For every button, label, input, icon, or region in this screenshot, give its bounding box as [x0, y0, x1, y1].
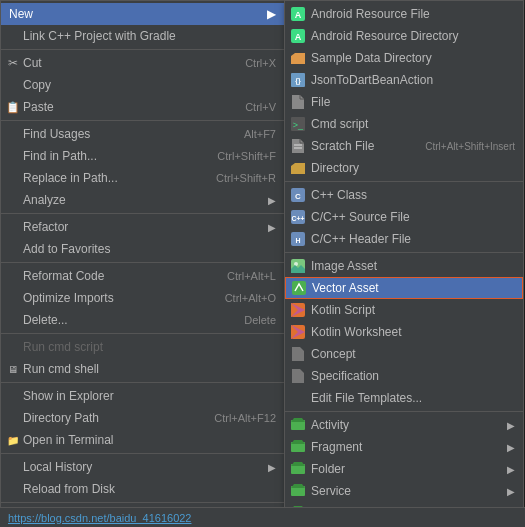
image-asset-icon [289, 258, 307, 274]
activity-arrow: ▶ [507, 420, 515, 431]
right-menu-item-image-asset[interactable]: Image Asset [285, 255, 523, 277]
svg-text:A: A [295, 10, 302, 20]
menu-item-run-cmd-shell[interactable]: 🖥 Run cmd shell [1, 358, 284, 380]
menu-item-find-usages[interactable]: Find Usages Alt+F7 [1, 123, 284, 145]
cpp-class-icon: C [289, 187, 307, 203]
svg-text:H: H [295, 237, 300, 244]
menu-item-replace-in-path[interactable]: Replace in Path... Ctrl+Shift+R [1, 167, 284, 189]
right-menu-item-service[interactable]: Service ▶ [285, 480, 523, 502]
copy-label: Copy [23, 78, 276, 92]
right-menu-item-fragment[interactable]: Fragment ▶ [285, 436, 523, 458]
right-menu-item-android-resource-directory[interactable]: A Android Resource Directory [285, 25, 523, 47]
right-menu-item-cpp-header[interactable]: H C/C++ Header File [285, 228, 523, 250]
menu-item-new[interactable]: New ▶ [1, 3, 284, 25]
menu-item-analyze[interactable]: Analyze ▶ [1, 189, 284, 211]
service-icon [289, 483, 307, 499]
folder-label: Folder [311, 462, 502, 476]
menu-item-paste[interactable]: 📋 Paste Ctrl+V [1, 96, 284, 118]
concept-icon [289, 346, 307, 362]
bottom-bar: https://blog.csdn.net/baidu_41616022 [0, 507, 525, 527]
menu-item-add-to-favorites[interactable]: Add to Favorites [1, 238, 284, 260]
menu-item-local-history[interactable]: Local History ▶ [1, 456, 284, 478]
fragment-label: Fragment [311, 440, 502, 454]
android-resource-directory-label: Android Resource Directory [311, 29, 515, 43]
cmd-script-icon: >_ [289, 116, 307, 132]
right-menu-item-cpp-class[interactable]: C C++ Class [285, 184, 523, 206]
right-menu-item-cmd-script[interactable]: >_ Cmd script [285, 113, 523, 135]
file-icon [289, 94, 307, 110]
find-in-path-shortcut: Ctrl+Shift+F [217, 150, 276, 162]
refactor-arrow: ▶ [268, 222, 276, 233]
scratch-file-shortcut: Ctrl+Alt+Shift+Insert [425, 141, 515, 152]
svg-marker-30 [291, 462, 305, 466]
svg-marker-32 [291, 484, 305, 488]
menu-item-show-in-explorer[interactable]: Show in Explorer [1, 385, 284, 407]
menu-item-copy[interactable]: Copy [1, 74, 284, 96]
right-menu-item-folder[interactable]: Folder ▶ [285, 458, 523, 480]
right-menu-item-scratch-file[interactable]: Scratch File Ctrl+Alt+Shift+Insert [285, 135, 523, 157]
refactor-label: Refactor [23, 220, 263, 234]
sample-data-directory-icon [289, 50, 307, 66]
menu-item-open-in-terminal[interactable]: 📁 Open in Terminal [1, 429, 284, 451]
delete-label: Delete... [23, 313, 224, 327]
right-menu-item-json-to-dart[interactable]: {} JsonToDartBeanAction [285, 69, 523, 91]
directory-icon [289, 160, 307, 176]
directory-path-shortcut: Ctrl+Alt+F12 [214, 412, 276, 424]
android-resource-file-icon: A [289, 6, 307, 22]
run-cmd-script-label: Run cmd script [23, 340, 276, 354]
right-menu-item-kotlin-worksheet[interactable]: Kotlin Worksheet [285, 321, 523, 343]
right-menu-item-edit-file-templates[interactable]: Edit File Templates... [285, 387, 523, 409]
image-asset-label: Image Asset [311, 259, 515, 273]
cpp-source-icon: C++ [289, 209, 307, 225]
local-history-arrow: ▶ [268, 462, 276, 473]
file-label: File [311, 95, 515, 109]
menu-item-reformat-code[interactable]: Reformat Code Ctrl+Alt+L [1, 265, 284, 287]
menu-item-find-in-path[interactable]: Find in Path... Ctrl+Shift+F [1, 145, 284, 167]
cpp-class-label: C++ Class [311, 188, 515, 202]
right-submenu: A Android Resource File A Android Resour… [284, 0, 524, 527]
right-separator-3 [285, 411, 523, 412]
reformat-code-shortcut: Ctrl+Alt+L [227, 270, 276, 282]
cpp-source-label: C/C++ Source File [311, 210, 515, 224]
right-menu-item-kotlin-script[interactable]: Kotlin Script [285, 299, 523, 321]
svg-marker-28 [291, 440, 305, 444]
menu-item-link-cpp[interactable]: Link C++ Project with Gradle [1, 25, 284, 47]
right-menu-item-activity[interactable]: Activity ▶ [285, 414, 523, 436]
menu-item-cut[interactable]: ✂ Cut Ctrl+X [1, 52, 284, 74]
run-cmd-shell-label: Run cmd shell [23, 362, 276, 376]
find-usages-label: Find Usages [23, 127, 224, 141]
right-menu-item-file[interactable]: File [285, 91, 523, 113]
right-menu-item-sample-data-directory[interactable]: Sample Data Directory [285, 47, 523, 69]
edit-file-templates-icon [289, 390, 307, 406]
separator-4 [1, 262, 284, 263]
right-menu-item-specification[interactable]: Specification [285, 365, 523, 387]
menu-item-reload-from-disk[interactable]: Reload from Disk [1, 478, 284, 500]
right-menu-item-cpp-source[interactable]: C++ C/C++ Source File [285, 206, 523, 228]
svg-text:>_: >_ [293, 120, 304, 130]
replace-in-path-label: Replace in Path... [23, 171, 196, 185]
separator-5 [1, 333, 284, 334]
right-menu-item-directory[interactable]: Directory [285, 157, 523, 179]
menu-item-delete[interactable]: Delete... Delete [1, 309, 284, 331]
bottom-bar-url[interactable]: https://blog.csdn.net/baidu_41616022 [8, 512, 191, 524]
right-menu-item-android-resource-file[interactable]: A Android Resource File [285, 3, 523, 25]
separator-8 [1, 502, 284, 503]
left-context-menu: New ▶ Link C++ Project with Gradle ✂ Cut… [0, 0, 285, 527]
vector-asset-icon [290, 280, 308, 296]
cpp-header-icon: H [289, 231, 307, 247]
right-menu-item-vector-asset[interactable]: Vector Asset [285, 277, 523, 299]
menu-item-new-label: New [9, 7, 33, 21]
svg-marker-26 [291, 418, 305, 422]
edit-file-templates-label: Edit File Templates... [311, 391, 515, 405]
link-cpp-label: Link C++ Project with Gradle [23, 29, 276, 43]
svg-text:C: C [295, 192, 301, 201]
local-history-label: Local History [23, 460, 263, 474]
menu-item-directory-path[interactable]: Directory Path Ctrl+Alt+F12 [1, 407, 284, 429]
right-menu-item-concept[interactable]: Concept [285, 343, 523, 365]
menu-item-refactor[interactable]: Refactor ▶ [1, 216, 284, 238]
menu-item-optimize-imports[interactable]: Optimize Imports Ctrl+Alt+O [1, 287, 284, 309]
svg-text:A: A [295, 32, 302, 42]
scratch-file-icon [289, 138, 307, 154]
run-cmd-shell-icon: 🖥 [5, 361, 21, 377]
separator-1 [1, 49, 284, 50]
